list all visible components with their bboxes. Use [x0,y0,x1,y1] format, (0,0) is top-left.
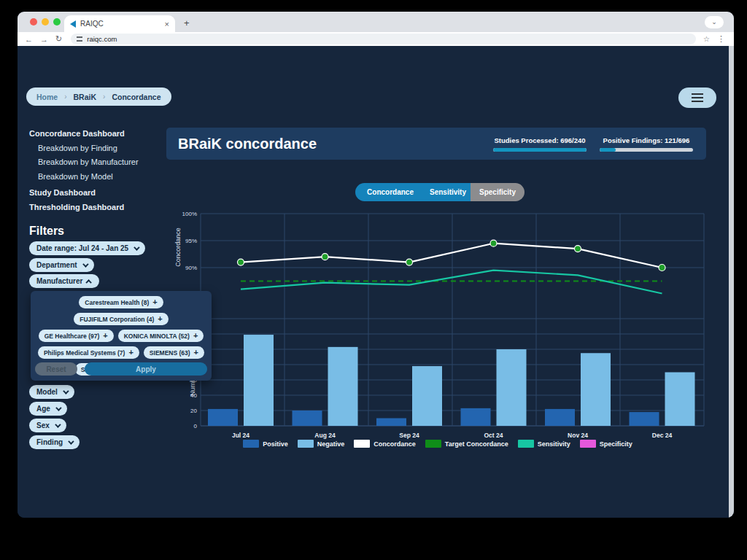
site-settings-icon[interactable] [77,36,82,42]
hamburger-icon [692,93,703,96]
manufacturer-chip[interactable]: FUJIFILM Corporation (4) + [74,313,168,325]
manufacturer-chip[interactable]: Carestream Health (8) + [79,296,163,308]
sidebar-item-breakdown-finding[interactable]: Breakdown by Finding [38,144,117,152]
add-icon[interactable]: + [158,315,162,323]
progress-fill [600,148,616,152]
svg-text:90%: 90% [185,265,197,271]
progress-track [493,148,587,152]
svg-text:Oct 24: Oct 24 [484,432,503,439]
bookmark-star-icon[interactable]: ☆ [703,35,710,43]
metric-tabs: Concordance Sensitivity Specificity [355,183,525,201]
svg-text:Nov 24: Nov 24 [568,432,588,439]
tab-title: RAIQC [80,20,160,28]
tab-specificity[interactable]: Specificity [471,183,525,201]
positive-findings-stat: Positive Findings: 121/696 [600,136,693,152]
studies-processed-stat: Studies Processed: 696/240 [493,136,587,152]
date-range-filter[interactable]: Date range: Jul 24 - Jan 25 [29,241,145,255]
breadcrumb-concordance: Concordance [112,93,160,101]
url-bar[interactable]: raiqc.com [71,34,696,44]
svg-text:95%: 95% [185,238,197,244]
back-icon[interactable]: ← [25,35,33,44]
sidebar-item-breakdown-model[interactable]: Breakdown by Model [38,172,113,181]
breadcrumb-home[interactable]: Home [36,93,58,101]
menu-button[interactable] [678,88,716,108]
reset-button[interactable]: Reset [35,362,77,376]
svg-text:Aug 24: Aug 24 [314,432,336,439]
tab-concordance[interactable]: Concordance [355,183,425,201]
minimize-window-button[interactable] [42,18,49,26]
page-header: BRaiK concordance Studies Processed: 696… [166,128,706,160]
manufacturer-dropdown-panel: Carestream Health (8) + FUJIFILM Corpora… [31,291,212,381]
svg-text:0: 0 [194,423,198,429]
close-window-button[interactable] [30,18,37,26]
chevron-down-icon [82,261,88,267]
forward-icon[interactable]: → [40,35,48,44]
sex-filter[interactable]: Sex [29,419,66,432]
tab-search-chevron-icon[interactable]: ⌄ [705,16,724,28]
svg-text:20: 20 [190,408,197,414]
browser-tab-strip: RAIQC × + ⌄ [18,12,734,32]
browser-menu-icon[interactable]: ⋮ [717,34,725,44]
add-icon[interactable]: + [103,332,107,340]
browser-toolbar: ← → ↻ raiqc.com ☆ ⋮ [18,32,734,46]
tab-close-icon[interactable]: × [165,20,169,28]
chevron-down-icon [133,244,139,250]
manufacturer-chip[interactable]: KONICA MINOLTA (52) + [118,330,204,342]
sidebar-item-breakdown-manufacturer[interactable]: Breakdown by Manufacturer [38,158,139,166]
sidebar-item-concordance-dashboard[interactable]: Concordance Dashboard [29,129,125,138]
chevron-down-icon [68,438,74,444]
age-filter[interactable]: Age [29,402,67,416]
progress-track [600,148,693,152]
add-icon[interactable]: + [152,298,157,306]
page-title: BRaiK concordance [178,136,493,152]
chart-canvas: 100%95%90%6040200Jul 24Aug 24Sep 24Oct 2… [168,209,708,454]
progress-fill [493,148,587,152]
svg-text:Sep 24: Sep 24 [399,432,419,439]
manufacturer-chip[interactable]: SIEMENS (63) + [144,346,204,359]
page-scrollbar[interactable] [729,46,734,518]
chevron-down-icon [55,405,61,411]
svg-text:Dec 24: Dec 24 [652,432,673,439]
chevron-up-icon [86,279,92,285]
refresh-icon[interactable]: ↻ [55,34,62,44]
breadcrumb-separator: › [103,93,105,101]
url-text: raiqc.com [87,35,117,43]
chevron-down-icon [63,388,69,394]
breadcrumb-braik[interactable]: BRaiK [74,93,97,101]
maximize-window-button[interactable] [53,18,61,26]
svg-text:100%: 100% [182,211,197,217]
manufacturer-chip[interactable]: Philips Medical Systems (7) + [38,346,139,359]
add-icon[interactable]: + [193,332,198,340]
manufacturer-chip[interactable]: GE Healthcare (97) + [39,330,114,342]
model-filter[interactable]: Model [29,385,74,399]
filters-title: Filters [29,225,64,238]
chevron-down-icon [55,421,61,427]
new-tab-button[interactable]: + [184,18,190,28]
breadcrumb-separator: › [64,93,66,101]
manufacturer-filter[interactable]: Manufacturer [29,274,99,288]
breadcrumb: Home › BRaiK › Concordance [26,88,171,106]
browser-tab[interactable]: RAIQC × [64,15,175,32]
app-content: Home › BRaiK › Concordance Concordance D… [18,46,734,518]
add-icon[interactable]: + [194,349,198,357]
sidebar-item-thresholding-dashboard[interactable]: Thresholding Dashboard [29,203,124,211]
concordance-chart: 100%95%90%6040200Jul 24Aug 24Sep 24Oct 2… [168,209,708,454]
favicon-icon [70,20,76,28]
browser-window: RAIQC × + ⌄ ← → ↻ raiqc.com ☆ ⋮ Home › B… [18,12,734,518]
department-filter[interactable]: Department [29,258,94,272]
apply-button[interactable]: Apply [85,362,207,376]
svg-text:Jul 24: Jul 24 [232,432,249,439]
add-icon[interactable]: + [128,349,133,357]
finding-filter[interactable]: Finding [29,435,80,449]
tab-sensitivity[interactable]: Sensitivity [425,183,471,201]
svg-text:Concordance: Concordance [174,228,182,267]
sidebar-item-study-dashboard[interactable]: Study Dashboard [29,188,96,197]
